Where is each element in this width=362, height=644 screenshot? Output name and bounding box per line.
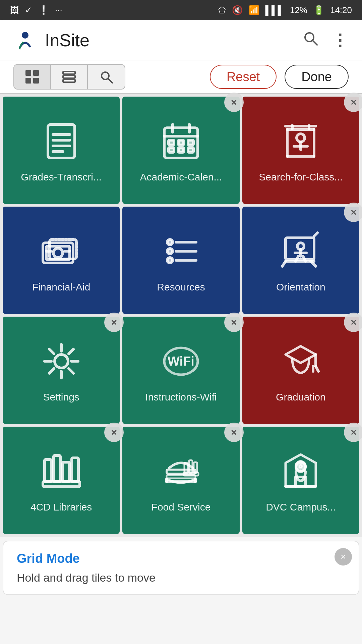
tile-resources[interactable]: Resources [122, 207, 239, 314]
tile-libraries[interactable]: × 4CD Libraries [3, 427, 120, 534]
search-header-icon[interactable] [302, 30, 318, 50]
tile-search-class[interactable]: × Search-for-Class... [242, 97, 359, 204]
close-graduation[interactable]: × [344, 313, 362, 332]
more-icon: ··· [55, 5, 62, 15]
search-view-button[interactable] [88, 65, 125, 89]
bluetooth-icon: ⬠ [218, 5, 226, 15]
app-header-right: ⋮ [302, 30, 349, 50]
reset-button[interactable]: Reset [210, 65, 277, 89]
done-button[interactable]: Done [285, 65, 349, 89]
search-class-icon [277, 118, 324, 165]
svg-rect-25 [178, 148, 184, 152]
status-right-icons: ⬠ 🔇 📶 ▌▌▌ 12% 🔋 14:20 [218, 5, 352, 15]
close-dvc-campus[interactable]: × [344, 423, 362, 442]
tile-grid: Grades-Transcri... × Academic-Calen... ×… [0, 94, 362, 537]
libraries-icon [38, 448, 85, 495]
svg-rect-22 [178, 140, 184, 145]
view-toggle-group [13, 64, 125, 90]
svg-text:WiFi: WiFi [168, 354, 194, 368]
mute-icon: 🔇 [232, 5, 243, 15]
close-orientation[interactable]: × [344, 203, 362, 222]
svg-rect-23 [188, 140, 193, 145]
menu-icon[interactable]: ⋮ [332, 31, 349, 50]
tile-financial-aid[interactable]: Financial-Aid [3, 207, 120, 314]
financial-aid-icon [38, 228, 85, 275]
svg-point-39 [53, 248, 63, 258]
app-header: InSite ⋮ [0, 20, 362, 60]
status-bar: 🖼 ✓ ❕ ··· ⬠ 🔇 📶 ▌▌▌ 12% 🔋 14:20 [0, 0, 362, 20]
grid-mode-tooltip: × Grid Mode Hold and drag tiles to move [3, 541, 359, 595]
tooltip-close-button[interactable]: × [335, 548, 352, 566]
svg-marker-70 [286, 346, 316, 363]
tile-grades[interactable]: Grades-Transcri... [3, 97, 120, 204]
tile-academic-cal-label: Academic-Calen... [134, 171, 227, 183]
svg-line-64 [49, 349, 54, 354]
grades-icon [38, 118, 85, 165]
close-academic-cal[interactable]: × [224, 93, 244, 112]
tile-orientation-label: Orientation [271, 281, 331, 293]
svg-rect-26 [188, 148, 193, 152]
svg-rect-6 [33, 78, 39, 84]
tile-orientation[interactable]: × Orientation [242, 207, 359, 314]
close-libraries[interactable]: × [104, 423, 124, 442]
toolbar: Reset Done [0, 60, 362, 94]
wifi-icon: 📶 [249, 5, 259, 15]
svg-rect-76 [54, 455, 60, 482]
close-wifi[interactable]: × [224, 313, 244, 332]
tile-libraries-label: 4CD Libraries [25, 501, 97, 513]
svg-rect-21 [169, 140, 174, 145]
tile-academic-cal[interactable]: × Academic-Calen... [122, 97, 239, 204]
status-left-icons: 🖼 ✓ ❕ ··· [10, 5, 62, 15]
wifi-icon: WiFi [158, 338, 204, 385]
svg-point-59 [55, 355, 68, 368]
svg-line-58 [314, 233, 317, 236]
svg-rect-78 [72, 458, 78, 482]
tile-graduation-label: Graduation [270, 391, 331, 403]
tile-financial-aid-label: Financial-Aid [27, 281, 96, 293]
tile-wifi-label: Instructions-Wifi [140, 391, 222, 403]
svg-point-45 [167, 249, 173, 254]
clock: 14:20 [330, 5, 352, 15]
tooltip-body: Hold and drag tiles to move [17, 571, 345, 584]
check-icon: ✓ [25, 5, 32, 15]
tile-graduation[interactable]: × Graduation [242, 317, 359, 424]
svg-line-11 [108, 78, 112, 83]
dvc-campus-icon [277, 448, 324, 495]
svg-line-2 [313, 41, 317, 45]
close-search-class[interactable]: × [344, 93, 362, 112]
svg-line-57 [282, 261, 286, 266]
battery-icon: 🔋 [313, 5, 324, 15]
svg-rect-9 [63, 79, 75, 82]
close-settings[interactable]: × [104, 313, 124, 332]
svg-rect-75 [45, 460, 51, 482]
tile-food-service[interactable]: × Food Service [122, 427, 239, 534]
alert-icon: ❕ [38, 5, 49, 15]
tooltip-title: Grid Mode [17, 551, 345, 566]
signal-icon: ▌▌▌ [265, 5, 284, 15]
svg-rect-3 [25, 70, 31, 76]
svg-rect-7 [63, 71, 75, 74]
svg-rect-77 [63, 462, 69, 482]
list-view-button[interactable] [51, 65, 88, 89]
image-icon: 🖼 [10, 5, 19, 15]
tile-search-class-label: Search-for-Class... [253, 171, 348, 183]
svg-line-65 [69, 369, 73, 373]
tile-settings[interactable]: × Settings [3, 317, 120, 424]
toolbar-actions: Reset Done [210, 65, 349, 89]
app-logo [13, 29, 37, 52]
tile-settings-label: Settings [38, 391, 84, 403]
tile-wifi[interactable]: × WiFi Instructions-Wifi [122, 317, 239, 424]
resources-icon [158, 228, 204, 275]
close-food-service[interactable]: × [224, 423, 244, 442]
svg-point-91 [299, 464, 303, 468]
svg-rect-24 [169, 148, 174, 152]
tile-dvc-campus-label: DVC Campus... [260, 501, 341, 513]
tile-dvc-campus[interactable]: × DVC Campus... [242, 427, 359, 534]
academic-cal-icon [158, 118, 204, 165]
food-service-icon [158, 448, 204, 495]
svg-line-72 [316, 366, 318, 371]
tile-grades-label: Grades-Transcri... [15, 171, 107, 183]
grid-view-button[interactable] [14, 65, 51, 89]
orientation-icon [277, 228, 324, 275]
settings-icon [38, 338, 85, 385]
